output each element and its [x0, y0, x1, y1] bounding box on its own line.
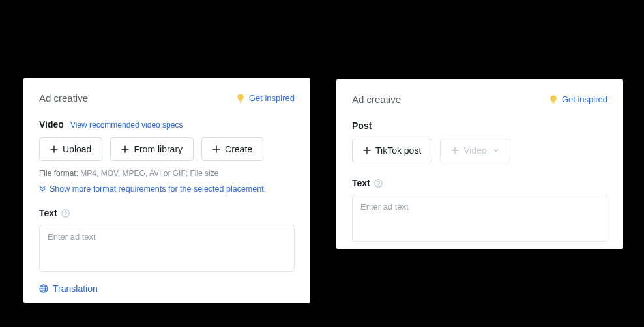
tiktok-post-label: TikTok post [375, 145, 421, 156]
ad-text-input[interactable] [39, 225, 295, 272]
svg-point-9 [378, 184, 379, 185]
plus-icon [121, 145, 129, 153]
lightbulb-icon [549, 95, 558, 104]
svg-point-3 [65, 214, 66, 215]
video-dropdown-button: Video [440, 139, 510, 162]
text-section-header: Text [39, 208, 295, 218]
video-button-row: Upload From library Create [39, 137, 295, 161]
get-inspired-link[interactable]: Get inspired [549, 94, 607, 104]
get-inspired-link[interactable]: Get inspired [237, 93, 295, 103]
post-section-header: Post [352, 121, 607, 131]
ad-creative-panel-post: Ad creative Get inspired Post TikTok pos… [336, 79, 623, 249]
file-format-text: File format: MP4, MOV, MPEG, AVI or GIF;… [39, 169, 295, 178]
lightbulb-icon [237, 94, 245, 102]
panel-title: Ad creative [39, 92, 88, 104]
upload-label: Upload [63, 144, 91, 154]
tiktok-post-button[interactable]: TikTok post [352, 139, 432, 162]
ad-creative-panel-video: Ad creative Get inspired Video View reco… [23, 78, 310, 303]
chevron-down-icon [493, 147, 499, 154]
file-format-prefix: File format: [39, 169, 78, 178]
post-label: Post [352, 121, 372, 131]
plus-icon [212, 145, 220, 153]
panel-header: Ad creative Get inspired [352, 94, 607, 105]
create-label: Create [225, 144, 252, 154]
panel-title: Ad creative [352, 94, 401, 105]
upload-button[interactable]: Upload [39, 137, 102, 161]
panel-header: Ad creative Get inspired [39, 92, 295, 104]
post-button-row: TikTok post Video [352, 139, 607, 162]
text-label: Text [39, 208, 57, 218]
show-more-label: Show more format requirements for the se… [50, 184, 266, 193]
double-chevron-down-icon [39, 186, 46, 192]
video-button-label: Video [463, 145, 487, 156]
translation-link[interactable]: Translation [39, 283, 295, 294]
plus-icon [363, 147, 371, 154]
svg-rect-7 [553, 103, 555, 104]
text-label: Text [352, 178, 370, 188]
text-section-header: Text [352, 178, 607, 188]
video-section-header: Video View recommended video specs [39, 119, 295, 130]
create-button[interactable]: Create [201, 137, 263, 161]
from-library-label: From library [134, 144, 183, 154]
get-inspired-label: Get inspired [562, 94, 607, 104]
ad-text-input[interactable] [352, 195, 607, 242]
get-inspired-label: Get inspired [249, 93, 295, 103]
translation-label: Translation [53, 283, 98, 294]
svg-rect-0 [239, 101, 242, 102]
svg-rect-6 [552, 102, 555, 103]
plus-icon [50, 145, 58, 153]
video-specs-link[interactable]: View recommended video specs [70, 121, 183, 130]
file-format-value: MP4, MOV, MPEG, AVI or GIF; File size [80, 169, 218, 178]
translation-icon [39, 284, 48, 293]
from-library-button[interactable]: From library [110, 137, 194, 161]
show-more-format-link[interactable]: Show more format requirements for the se… [39, 184, 295, 193]
plus-icon [451, 147, 459, 154]
help-icon[interactable] [61, 209, 70, 218]
svg-rect-1 [240, 102, 242, 102]
video-label: Video [39, 119, 64, 130]
help-icon[interactable] [374, 179, 383, 188]
